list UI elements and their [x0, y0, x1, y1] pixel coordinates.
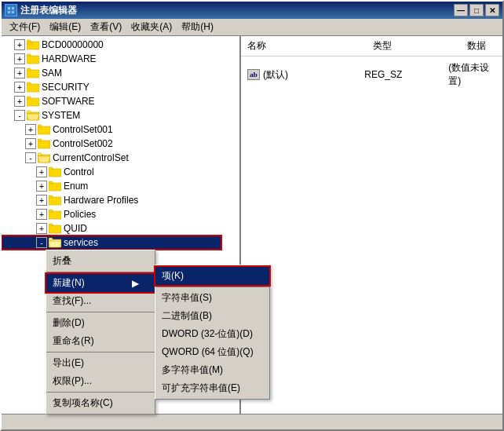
tree-item-quid[interactable]: + QUID — [2, 221, 221, 236]
sub-binary[interactable]: 二进制值(B) — [155, 307, 269, 325]
maximize-button[interactable]: □ — [469, 4, 484, 16]
svg-rect-32 — [49, 211, 61, 219]
expand-bcd[interactable]: + — [14, 39, 25, 50]
sub-multi[interactable]: 多字符串值(M) — [155, 361, 269, 379]
folder-icon — [49, 181, 61, 192]
sub-separator — [155, 287, 269, 287]
tree-label: CurrentControlSet — [53, 152, 129, 163]
svg-rect-17 — [27, 111, 31, 113]
svg-rect-31 — [49, 195, 53, 198]
folder-icon — [38, 138, 50, 149]
tree-item-software[interactable]: + SOFTWARE — [2, 94, 221, 108]
close-button[interactable]: ✕ — [485, 4, 499, 16]
svg-rect-3 — [12, 7, 14, 9]
svg-rect-22 — [38, 139, 42, 141]
col-header-type: 类型 — [367, 38, 461, 54]
expand-currentcontrolset[interactable]: - — [25, 152, 36, 163]
tree-item-system[interactable]: - SYSTEM — [2, 108, 221, 122]
menu-file[interactable]: 文件(F) — [5, 19, 45, 35]
ctx-separator-1 — [46, 272, 155, 272]
tree-item-services[interactable]: - services — [2, 236, 221, 250]
folder-icon — [49, 195, 61, 206]
tree-label: SECURITY — [42, 82, 89, 93]
col-header-data: 数据 — [461, 38, 502, 54]
tree-label: Enum — [64, 181, 88, 192]
window-title: 注册表编辑器 — [20, 4, 77, 17]
sub-qword[interactable]: QWORD (64 位值)(Q) — [155, 343, 269, 361]
svg-rect-19 — [38, 126, 50, 134]
open-folder-icon — [38, 152, 50, 163]
sub-dword[interactable]: DWORD (32-位值)(D) — [155, 325, 269, 343]
submenu: 项(K) 字符串值(S) 二进制值(B) DWORD (32-位值)(D) QW… — [155, 265, 270, 400]
svg-marker-38 — [49, 241, 61, 247]
svg-rect-21 — [38, 141, 50, 148]
expand-hardware-profiles[interactable]: + — [36, 195, 47, 206]
ctx-permissions[interactable]: 权限(P)... — [46, 372, 155, 390]
tree-item-sam[interactable]: + SAM — [2, 66, 221, 80]
sub-key[interactable]: 项(K) — [155, 267, 269, 285]
tree-label: Control — [64, 166, 94, 177]
ctx-find[interactable]: 查找(F)... — [46, 292, 155, 310]
expand-controlset001[interactable]: + — [25, 124, 36, 135]
ctx-separator-3 — [46, 352, 155, 352]
menu-view[interactable]: 查看(V) — [86, 19, 126, 35]
expand-policies[interactable]: + — [36, 209, 47, 220]
expand-enum[interactable]: + — [36, 181, 47, 192]
menu-favorites[interactable]: 收藏夹(A) — [126, 19, 177, 35]
svg-rect-35 — [49, 224, 53, 226]
tree-item-control[interactable]: + Control — [2, 165, 221, 179]
menu-edit[interactable]: 编辑(E) — [45, 19, 86, 35]
ctx-new[interactable]: 新建(N) ▶ — [46, 274, 155, 292]
expand-software[interactable]: + — [14, 96, 25, 107]
ctx-delete[interactable]: 删除(D) — [46, 314, 155, 332]
svg-rect-10 — [27, 70, 39, 78]
expand-controlset002[interactable]: + — [25, 138, 36, 149]
svg-rect-7 — [27, 40, 31, 42]
ctx-export[interactable]: 导出(E) — [46, 354, 155, 372]
tree-item-policies[interactable]: + Policies — [2, 207, 221, 221]
menu-bar: 文件(F) 编辑(E) 查看(V) 收藏夹(A) 帮助(H) — [2, 19, 502, 36]
tree-item-security[interactable]: + SECURITY — [2, 80, 221, 94]
ctx-new-label: 新建(N) — [53, 276, 85, 290]
expand-security[interactable]: + — [14, 82, 25, 93]
expand-hardware[interactable]: + — [14, 53, 25, 64]
ctx-rename[interactable]: 重命名(R) — [46, 332, 155, 350]
svg-rect-33 — [49, 210, 53, 212]
tree-item-hardware[interactable]: + HARDWARE — [2, 52, 221, 66]
svg-rect-9 — [27, 54, 31, 57]
svg-rect-30 — [49, 197, 61, 205]
svg-rect-4 — [12, 11, 14, 13]
menu-help[interactable]: 帮助(H) — [177, 19, 218, 35]
ctx-copy[interactable]: 复制项名称(C) — [46, 394, 155, 412]
svg-rect-13 — [27, 82, 31, 85]
sub-key-label: 项(K) — [162, 270, 184, 281]
tree-label: SYSTEM — [42, 110, 80, 121]
ctx-collapse[interactable]: 折叠 — [46, 252, 155, 270]
tree-item-controlset001[interactable]: + ControlSet001 — [2, 122, 221, 137]
tree-item-currentcontrolset[interactable]: - CurrentControlSet — [2, 151, 221, 165]
registry-entry-default[interactable]: ab (默认) REG_SZ (数值未设置) — [247, 60, 496, 89]
expand-services[interactable]: - — [36, 237, 47, 248]
sub-string[interactable]: 字符串值(S) — [155, 289, 269, 307]
folder-icon — [27, 53, 39, 64]
folder-icon — [49, 223, 61, 234]
minimize-button[interactable]: — — [454, 4, 468, 16]
ctx-arrow: ▶ — [132, 278, 139, 289]
svg-marker-18 — [27, 114, 39, 120]
svg-rect-34 — [49, 225, 61, 233]
tree-label: services — [64, 237, 98, 248]
expand-control[interactable]: + — [36, 166, 47, 177]
expand-system[interactable]: - — [14, 110, 25, 121]
expand-quid[interactable]: + — [36, 223, 47, 234]
tree-item-hardware-profiles[interactable]: + Hardware Profiles — [2, 193, 221, 207]
tree-item-enum[interactable]: + Enum — [2, 179, 221, 193]
svg-rect-0 — [6, 5, 16, 15]
tree-item-controlset002[interactable]: + ControlSet002 — [2, 137, 221, 151]
svg-rect-26 — [49, 169, 61, 177]
open-folder-icon — [49, 237, 61, 248]
svg-rect-15 — [27, 97, 31, 99]
expand-sam[interactable]: + — [14, 68, 25, 79]
tree-item-bcd[interactable]: + BCD00000000 — [2, 38, 221, 52]
svg-marker-25 — [38, 156, 50, 163]
sub-expandable[interactable]: 可扩充字符串值(E) — [155, 379, 269, 397]
